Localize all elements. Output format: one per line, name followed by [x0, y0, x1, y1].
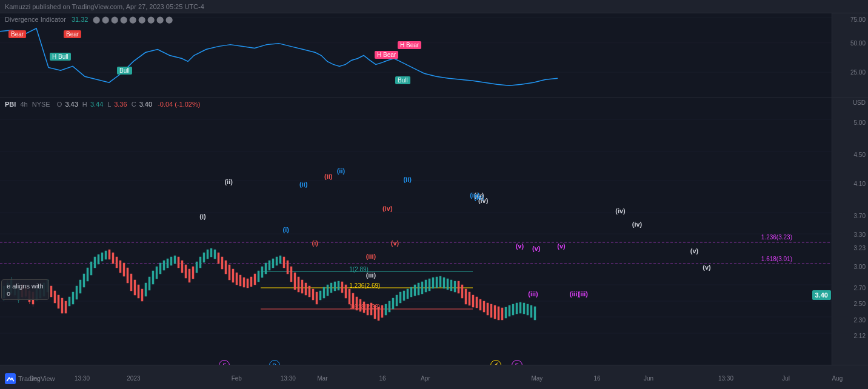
svg-rect-143 — [421, 282, 423, 294]
svg-rect-83 — [203, 253, 205, 262]
svg-rect-169 — [516, 303, 518, 314]
svg-rect-74 — [170, 257, 172, 265]
time-aug: Aug — [832, 375, 843, 382]
symbol: PBI — [5, 101, 16, 108]
svg-rect-69 — [152, 271, 154, 284]
svg-rect-111 — [305, 283, 307, 295]
price-450: 4.50 — [854, 151, 866, 158]
published-info: Kamuzzi published on TradingView.com, Ap… — [5, 3, 204, 10]
svg-rect-148 — [439, 276, 441, 287]
svg-rect-58 — [112, 253, 114, 264]
svg-rect-149 — [443, 278, 445, 288]
main-price-axis: 5.00 4.50 4.10 3.70 3.30 3.23 3.00 2.70 … — [832, 98, 868, 365]
svg-rect-114 — [316, 292, 318, 304]
wave-ii-red: (ii) — [324, 173, 332, 180]
price-212: 2.12 — [854, 333, 866, 339]
svg-rect-123 — [349, 289, 350, 304]
svg-rect-155 — [465, 289, 467, 304]
open-price: 3.43 — [65, 101, 78, 108]
svg-rect-152 — [454, 281, 456, 292]
svg-rect-84 — [207, 250, 209, 259]
svg-rect-107 — [290, 267, 292, 282]
svg-rect-165 — [501, 308, 503, 320]
bull-label-1: Bull — [117, 67, 132, 75]
svg-rect-54 — [98, 254, 99, 264]
svg-rect-101 — [269, 261, 270, 270]
h-bull-label: H Bull — [50, 53, 71, 61]
indicator-name: Divergence Indicator — [5, 16, 66, 23]
svg-rect-99 — [261, 267, 263, 278]
svg-rect-45 — [65, 301, 67, 313]
tv-icon — [5, 373, 16, 384]
svg-rect-167 — [509, 305, 510, 316]
svg-rect-49 — [79, 280, 81, 293]
svg-rect-60 — [119, 261, 121, 273]
h-bear-label-1: H Bear — [375, 51, 398, 59]
svg-rect-86 — [214, 250, 216, 259]
svg-rect-64 — [134, 280, 136, 295]
tv-label: TradingView — [18, 375, 55, 382]
svg-rect-77 — [181, 261, 183, 273]
svg-rect-139 — [407, 289, 409, 299]
svg-rect-65 — [138, 285, 139, 298]
time-feb: Feb — [232, 375, 242, 382]
wave-v-red: (v) — [391, 239, 399, 247]
bear-label-2: Bear — [64, 30, 81, 38]
indicator-price-axis: 75.00 50.00 25.00 — [832, 13, 868, 98]
svg-rect-137 — [399, 292, 401, 303]
fib-1: 1(2.89) — [349, 266, 369, 273]
svg-rect-79 — [189, 269, 190, 282]
price-270: 2.70 — [854, 285, 866, 291]
ind-price-75: 75.00 — [850, 16, 866, 22]
svg-rect-75 — [174, 256, 176, 264]
current-price-value: 3.40 — [815, 291, 828, 299]
svg-rect-59 — [116, 257, 118, 268]
price-323: 3.23 — [854, 245, 866, 251]
svg-rect-133 — [385, 304, 387, 315]
svg-rect-95 — [247, 279, 249, 288]
main-chart-panel: PBI 4h NYSE O 3.43 H 3.44 L 3.36 C 3.40 … — [0, 98, 832, 365]
svg-rect-113 — [312, 289, 314, 300]
svg-rect-92 — [236, 273, 238, 285]
svg-rect-90 — [229, 265, 230, 280]
svg-rect-51 — [87, 268, 88, 281]
svg-rect-146 — [432, 278, 434, 288]
svg-rect-110 — [301, 280, 303, 293]
svg-rect-46 — [68, 297, 70, 306]
svg-rect-81 — [196, 262, 198, 273]
wave-iv-blue-apr: (iv) — [470, 191, 480, 199]
timeframe: 4h — [20, 101, 27, 108]
svg-rect-100 — [265, 263, 267, 274]
svg-rect-119 — [334, 282, 336, 291]
svg-rect-174 — [534, 307, 536, 320]
wave-iv-red: (iv) — [382, 205, 393, 212]
time-16-2: 16 — [593, 375, 600, 382]
wave-ii-blue: (ii) — [299, 181, 307, 188]
svg-rect-164 — [498, 307, 499, 320]
svg-rect-168 — [512, 304, 514, 315]
wave-iv-upper-r: (iv) — [615, 207, 626, 214]
close-price: 3.40 — [139, 101, 152, 108]
wave-iv-ext: (iv) — [632, 221, 643, 228]
svg-rect-141 — [414, 285, 416, 296]
svg-rect-96 — [250, 277, 252, 287]
price-230: 2.30 — [854, 317, 866, 324]
fib-236: 1.236(2.69) — [349, 282, 380, 289]
low-price: 3.36 — [114, 101, 127, 108]
time-apr: Apr — [421, 375, 430, 382]
svg-rect-53 — [94, 257, 96, 268]
svg-rect-170 — [519, 302, 521, 313]
svg-rect-78 — [185, 265, 187, 278]
svg-rect-112 — [309, 286, 310, 297]
svg-rect-106 — [287, 261, 289, 274]
wave-v-blue: (ii) — [403, 176, 411, 183]
price-300: 3.00 — [854, 264, 866, 270]
svg-rect-157 — [472, 295, 474, 307]
exchange: NYSE — [32, 101, 50, 108]
svg-rect-154 — [461, 285, 463, 298]
svg-rect-121 — [341, 282, 343, 293]
svg-rect-44 — [61, 298, 63, 313]
svg-rect-80 — [192, 267, 194, 279]
svg-rect-150 — [447, 279, 449, 290]
svg-rect-71 — [159, 263, 161, 274]
